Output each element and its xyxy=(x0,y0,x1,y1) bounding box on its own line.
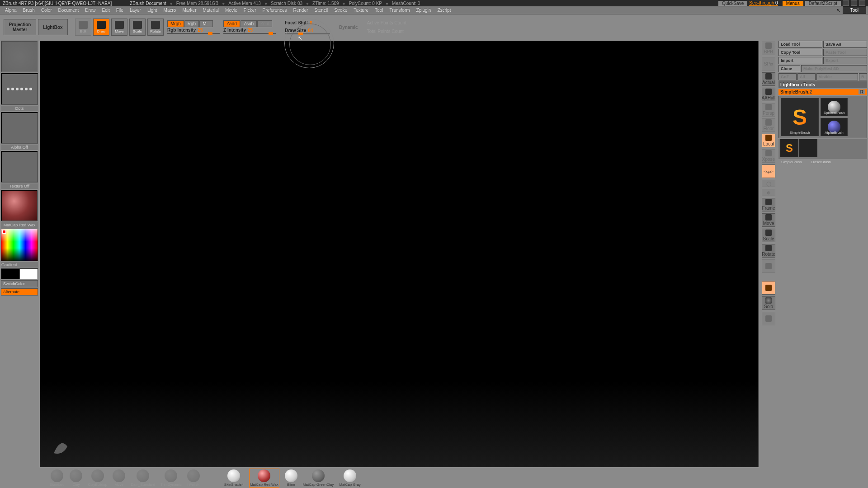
shelf-skinshade4[interactable]: SkinShade4 xyxy=(224,469,244,487)
canvas[interactable]: ↖ xyxy=(40,41,759,467)
menu-zscript[interactable]: Zscript xyxy=(434,7,454,13)
menu-marker[interactable]: Marker xyxy=(179,7,199,13)
menu-texture[interactable]: Texture xyxy=(350,7,372,13)
seethrough-slider[interactable]: See-through 0 xyxy=(749,0,778,6)
make-polymesh-button[interactable]: Make PolyMesh3D xyxy=(801,65,867,72)
bpr-button[interactable]: BPR xyxy=(762,42,775,55)
r-toggle[interactable]: R xyxy=(859,89,865,94)
floor-button[interactable]: Floor xyxy=(762,118,775,132)
menu-transform[interactable]: Transform xyxy=(386,7,413,13)
menu-stroke[interactable]: Stroke xyxy=(331,7,350,13)
zadd-button[interactable]: Zadd xyxy=(223,20,240,27)
menu-preferences[interactable]: Preferences xyxy=(259,7,290,13)
grid-button[interactable] xyxy=(762,259,775,273)
collapse-icon[interactable]: ↖ xyxy=(836,7,841,14)
copy-tool-button[interactable]: Copy Tool xyxy=(778,49,822,56)
gradient-label[interactable]: Gradient xyxy=(1,262,38,267)
paste-tool-button[interactable]: Paste Tool xyxy=(823,49,867,56)
material-preview[interactable] xyxy=(1,190,38,221)
persp-button[interactable]: Persp xyxy=(762,103,775,117)
clone-button[interactable]: Clone xyxy=(778,65,800,72)
brush-preview[interactable] xyxy=(1,41,38,72)
center-icon[interactable]: ⊕ xyxy=(762,189,775,196)
menu-document[interactable]: Document xyxy=(55,7,82,13)
shelf-hpolish[interactable]: hPolish xyxy=(187,469,200,487)
menu-draw[interactable]: Draw xyxy=(82,7,99,13)
shelf-damstandard[interactable]: Dam_Standard xyxy=(131,469,155,487)
move-nav-button[interactable]: Move xyxy=(762,213,775,227)
load-tool-button[interactable]: Load Tool xyxy=(778,41,822,48)
shelf-trimdynamic[interactable]: TrimDynamic xyxy=(160,469,182,487)
lightbox-button[interactable]: LightBox xyxy=(38,19,68,35)
scale-mode-button[interactable]: Scale xyxy=(129,19,146,36)
goz-r-button[interactable]: R xyxy=(859,73,867,80)
tool-alphabrush[interactable]: AlphaBrush xyxy=(821,118,848,136)
menu-file[interactable]: File xyxy=(113,7,127,13)
mini-tool-simplebrush[interactable]: S xyxy=(780,139,798,157)
menus-button[interactable]: Menus xyxy=(783,1,803,6)
switchcolor-button[interactable]: SwitchColor xyxy=(1,280,38,287)
move-mode-button[interactable]: Move xyxy=(111,19,127,36)
menu-stencil[interactable]: Stencil xyxy=(311,7,331,13)
actual-button[interactable]: Actual xyxy=(762,72,775,86)
goz-all-button[interactable]: All xyxy=(797,73,816,80)
default-script-button[interactable]: DefaultZScript xyxy=(805,1,841,6)
goz-visible-button[interactable]: Visible xyxy=(816,73,858,80)
rgb-button[interactable]: Rgb xyxy=(184,20,199,27)
menu-alpha[interactable]: Alpha xyxy=(2,7,20,13)
polyframe-button[interactable] xyxy=(762,281,775,295)
local-button[interactable]: Local xyxy=(762,134,775,147)
shelf-move[interactable]: Move xyxy=(113,469,125,487)
lasso-icon[interactable]: ◯ xyxy=(762,180,775,187)
texture-preview[interactable] xyxy=(1,151,38,183)
save-as-button[interactable]: Save As xyxy=(823,41,867,48)
shelf-clay[interactable]: Clay xyxy=(70,469,82,487)
lightbox-tools-header[interactable]: Lightbox › Tools xyxy=(778,81,867,88)
transp-button[interactable] xyxy=(762,312,775,325)
menu-layer[interactable]: Layer xyxy=(127,7,144,13)
simplebrush-header[interactable]: SimpleBrush.2 R xyxy=(778,89,867,95)
mrgb-button[interactable]: Mrgb xyxy=(167,20,184,27)
rotate-nav-button[interactable]: Rotate xyxy=(762,244,775,258)
mini-tool-eraser[interactable] xyxy=(799,139,817,157)
aahalf-button[interactable]: AAHalf xyxy=(762,88,775,101)
export-button[interactable]: Export xyxy=(823,57,867,64)
shelf-blinn[interactable]: Blinn xyxy=(285,469,297,487)
menu-movie[interactable]: Movie xyxy=(222,7,241,13)
menu-zplugin[interactable]: Zplugin xyxy=(413,7,434,13)
import-button[interactable]: Import xyxy=(778,57,822,64)
menu-picker[interactable]: Picker xyxy=(241,7,259,13)
gradient-swatches[interactable] xyxy=(1,268,38,279)
tool-panel-tab[interactable]: Tool xyxy=(843,6,866,14)
alpha-preview[interactable] xyxy=(1,112,38,144)
menu-light[interactable]: Light xyxy=(144,7,160,13)
color-picker[interactable] xyxy=(1,229,38,261)
menu-edit[interactable]: Edit xyxy=(99,7,113,13)
window-max-icon[interactable] xyxy=(851,0,857,6)
menu-material[interactable]: Material xyxy=(200,7,222,13)
stroke-preview[interactable] xyxy=(1,73,38,105)
frame-button[interactable]: Frame xyxy=(762,198,775,211)
tool-spherebrush[interactable]: SphereBrush xyxy=(821,98,848,116)
xyz-button[interactable]: <xyz> xyxy=(762,164,775,178)
dynamic-toggle[interactable]: Dynamic xyxy=(339,25,358,30)
tool-simplebrush[interactable]: S SimpleBrush xyxy=(781,98,819,136)
spix-button[interactable]: SPix xyxy=(762,57,775,70)
menu-brush[interactable]: Brush xyxy=(20,7,38,13)
xpose-button[interactable]: Xpose xyxy=(762,149,775,163)
menu-tool[interactable]: Tool xyxy=(372,7,386,13)
shelf-claybuildup[interactable]: ClayBuildup xyxy=(88,469,107,487)
rotate-mode-button[interactable]: Rotate xyxy=(147,19,164,36)
goz-button[interactable]: GoZ xyxy=(778,73,797,80)
window-close-icon[interactable] xyxy=(859,0,865,6)
shelf-matcap-gray[interactable]: MatCap Gray xyxy=(339,469,361,487)
alternate-button[interactable]: Alternate xyxy=(1,288,38,296)
m-button[interactable]: M xyxy=(199,20,213,27)
menu-macro[interactable]: Macro xyxy=(160,7,179,13)
shelf-standard[interactable]: Standard xyxy=(50,469,64,487)
zcut-button[interactable]: Zcut xyxy=(257,20,272,27)
window-min-icon[interactable] xyxy=(843,0,849,6)
projection-master-button[interactable]: Projection Master xyxy=(4,19,36,35)
menu-color[interactable]: Color xyxy=(38,7,55,13)
draw-mode-button[interactable]: Draw xyxy=(93,19,109,36)
